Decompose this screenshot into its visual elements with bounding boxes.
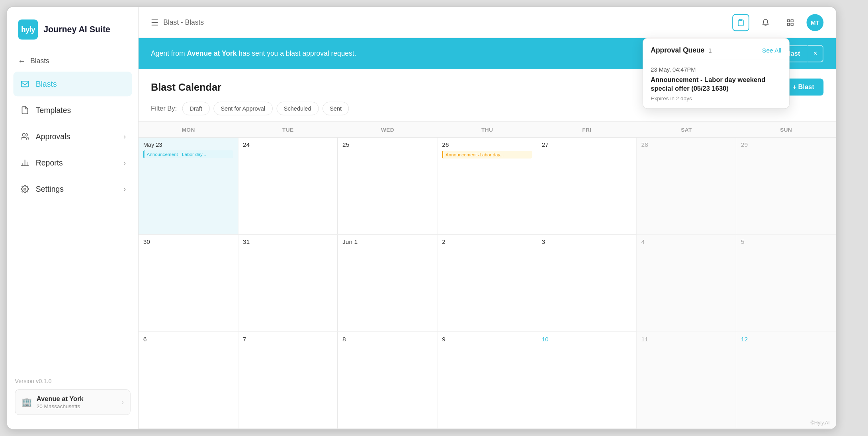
gear-icon [20,184,30,195]
approval-queue-title: Approval Queue [651,46,704,54]
cell-date-5: 5 [741,239,831,245]
day-header-tue: TUE [238,122,338,137]
topbar: ☰ Blast - Blasts [139,7,836,38]
sidebar-item-reports[interactable]: Reports › [13,150,132,175]
approval-subject: Announcement - Labor day weekend special… [651,76,781,93]
cell-date-8: 8 [342,336,432,343]
cell-date-may23: May 23 [143,142,233,148]
cal-week-1: May 23 Announcement - Labor day... 24 25… [139,138,836,235]
property-name: Avenue at York [37,395,117,403]
cell-date-11: 11 [641,336,731,343]
sidebar-item-blasts[interactable]: Blasts [13,72,132,96]
close-banner-button[interactable]: × [808,45,823,62]
cell-date-2: 2 [442,239,532,245]
filter-draft[interactable]: Draft [182,102,209,115]
day-header-sun: SUN [736,122,836,137]
cal-week-2: 30 31 Jun 1 2 3 [139,235,836,332]
users-icon [20,131,30,142]
cal-cell-29[interactable]: 29 [736,138,836,234]
cal-cell-12[interactable]: 12 [736,332,836,428]
banner-text: Agent from Avenue at York has sent you a… [151,50,356,58]
approvals-label: Approvals [36,132,70,141]
topbar-left: ☰ Blast - Blasts [151,18,204,27]
cal-cell-28[interactable]: 28 [637,138,736,234]
cell-date-29: 29 [741,142,831,148]
cell-date-26: 26 [442,142,532,148]
cal-cell-11[interactable]: 11 [637,332,736,428]
approval-queue-popup: Approval Queue 1 See All 23 May, 04:47PM… [643,38,790,109]
calendar-weeks: May 23 Announcement - Labor day... 24 25… [139,138,836,429]
cal-cell-may23[interactable]: May 23 Announcement - Labor day... [139,138,238,234]
svg-point-1 [22,133,25,136]
filter-sent[interactable]: Sent [323,102,349,115]
cal-cell-4[interactable]: 4 [637,235,736,331]
approval-time: , 04:47PM [669,66,696,73]
sidebar-item-settings[interactable]: Settings › [13,177,132,201]
chevron-down-icon-settings: › [123,185,126,193]
banner-prefix: Agent from [151,50,187,57]
sidebar-item-approvals[interactable]: Approvals › [13,124,132,149]
templates-label: Templates [36,106,71,115]
reports-label: Reports [36,158,63,167]
version-text: Version v0.1.0 [15,378,130,384]
see-all-link[interactable]: See All [762,47,781,53]
approval-popup-header: Approval Queue 1 See All [643,39,789,60]
svg-rect-10 [791,23,793,25]
topbar-right: MT [732,14,823,31]
calendar-day-headers: MON TUE WED THU FRI SAT SUN [139,122,836,138]
blasts-label: Blasts [36,80,57,88]
app-title: Journey AI Suite [43,25,110,35]
cal-cell-jun1[interactable]: Jun 1 [338,235,437,331]
cal-cell-10[interactable]: 10 [537,332,637,428]
building-icon: 🏢 [22,397,32,407]
cal-cell-6[interactable]: 6 [139,332,238,428]
cal-cell-25[interactable]: 25 [338,138,437,234]
filter-scheduled[interactable]: Scheduled [276,102,319,115]
back-arrow-icon: ← [18,56,25,65]
clipboard-btn[interactable] [732,14,749,31]
banner-bold: Avenue at York [187,50,237,57]
banner-suffix: has sent you a blast approval request. [237,50,356,57]
calendar-area: Blast Calendar ‹ › 23 May 2025 - 19 Jun … [139,69,836,429]
chevron-down-icon: › [123,132,126,140]
cal-cell-8[interactable]: 8 [338,332,437,428]
cal-cell-24[interactable]: 24 [238,138,338,234]
cal-cell-2[interactable]: 2 [438,235,537,331]
property-info: Avenue at York 20 Massachusetts [37,395,117,409]
cal-cell-26[interactable]: 26 Announcement -Labor day... [438,138,537,234]
event-announcement-thu[interactable]: Announcement -Labor day... [442,151,532,158]
app-frame: hyly Journey AI Suite ← Blasts Blasts [6,6,837,430]
cal-cell-27[interactable]: 27 [537,138,637,234]
cal-cell-9[interactable]: 9 [438,332,537,428]
grid-btn[interactable] [782,14,799,31]
file-icon [20,105,30,116]
approval-title-row: Approval Queue 1 [651,46,712,54]
approval-subject-code: (05/23 1630) [691,85,729,92]
property-arrow-icon: › [121,398,124,406]
svg-rect-0 [22,81,29,87]
logo-icon: hyly [18,19,38,39]
day-header-fri: FRI [537,122,637,137]
cell-date-24: 24 [243,142,333,148]
cal-cell-5[interactable]: 5 [736,235,836,331]
cal-cell-31[interactable]: 31 [238,235,338,331]
bell-btn[interactable] [757,14,774,31]
approval-date-text: 23 May [651,66,669,73]
svg-rect-7 [739,19,742,20]
property-card[interactable]: 🏢 Avenue at York 20 Massachusetts › [15,389,130,415]
sidebar-item-templates[interactable]: Templates [13,98,132,123]
cal-cell-3[interactable]: 3 [537,235,637,331]
hamburger-icon[interactable]: ☰ [151,18,158,27]
approval-date: 23 May, 04:47PM [651,66,781,73]
day-header-sat: SAT [637,122,736,137]
nav-back-blasts[interactable]: ← Blasts [13,51,132,72]
cell-date-9: 9 [442,336,532,343]
cal-cell-7[interactable]: 7 [238,332,338,428]
sidebar: hyly Journey AI Suite ← Blasts Blasts [7,7,139,429]
user-avatar[interactable]: MT [807,14,824,31]
copyright: ©Hyly.AI [810,420,829,426]
cell-date-3: 3 [542,239,631,245]
cal-cell-30[interactable]: 30 [139,235,238,331]
filter-sent-approval[interactable]: Sent for Approval [213,102,273,115]
event-announcement-mon[interactable]: Announcement - Labor day... [143,150,233,158]
